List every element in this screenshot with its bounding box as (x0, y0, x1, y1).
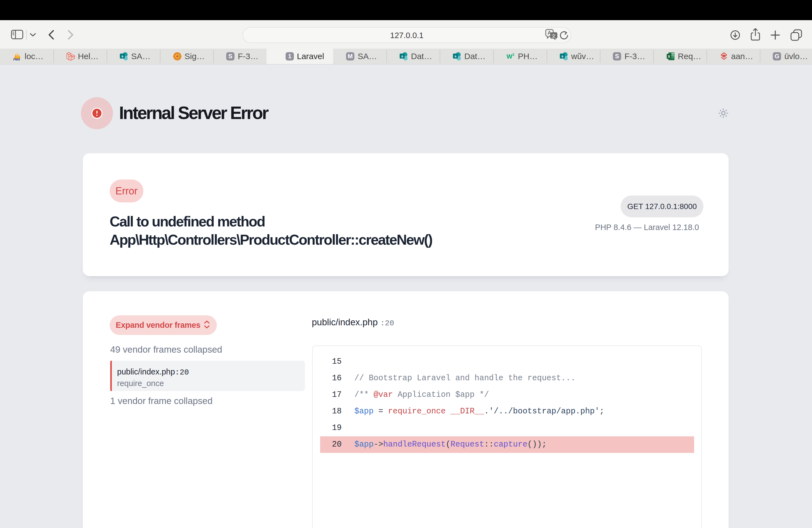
svg-text:s: s (561, 54, 563, 58)
svg-text:s: s (401, 54, 403, 58)
svg-text:s: s (121, 54, 123, 58)
svg-text:s: s (454, 54, 456, 58)
svg-text:X: X (668, 54, 670, 59)
svg-text:W: W (507, 53, 512, 60)
svg-text:文: 文 (552, 33, 556, 39)
svg-text:PMA: PMA (13, 58, 20, 61)
svg-text:3: 3 (512, 53, 514, 57)
